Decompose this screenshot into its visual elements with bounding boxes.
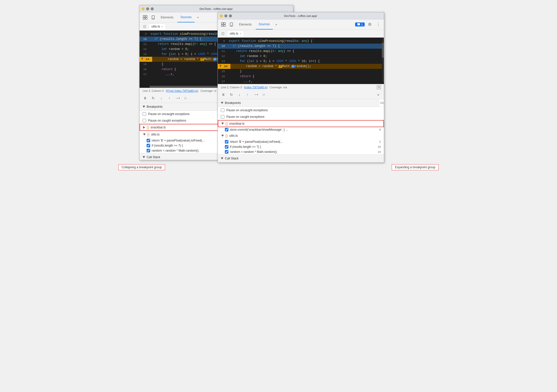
left-file-tab[interactable]: utils.ts × — [149, 23, 166, 29]
right-code-line-12: 12 let random = 0; — [218, 54, 384, 59]
left-pause-caught-checkbox[interactable] — [143, 119, 146, 122]
right-debug-toolbar: ⏸ ↻ ↓ ↑ →• ⊘ » — [218, 90, 384, 99]
right-step-out-btn[interactable]: ↑ — [244, 91, 251, 98]
right-breakpoints-header[interactable]: Breakpoints — [218, 99, 384, 107]
right-bp-item-3: random = random * Math.random(); 14 — [218, 149, 384, 154]
left-step-into-btn[interactable]: ↓ — [158, 95, 165, 102]
right-tab-sources[interactable]: Sources — [256, 19, 273, 30]
right-call-stack-header[interactable]: Call Stack — [218, 155, 384, 162]
right-snackbar-bp-checkbox[interactable] — [225, 128, 228, 131]
left-inspect-icon[interactable] — [142, 14, 149, 21]
left-tab-sources[interactable]: Sources — [177, 12, 195, 22]
right-pause-caught-label: Pause on caught exceptions — [226, 115, 264, 119]
right-tab-more[interactable]: » — [274, 19, 279, 30]
right-code-line-14: ? 14 random = random * ⓟMath.ⓓrandom(); — [218, 64, 384, 69]
right-snackbar-file-header[interactable]: {} snackbar.ts — [218, 120, 384, 127]
right-deactivate-btn[interactable]: ⊘ — [260, 91, 267, 98]
right-status-line: Line 2, Column 3 — [221, 86, 242, 89]
right-utils-label: utils.ts — [229, 134, 238, 137]
left-tab-elements[interactable]: Elements — [158, 12, 176, 22]
left-close-btn[interactable] — [151, 7, 154, 10]
right-file-tab-close[interactable]: × — [240, 32, 241, 35]
svg-rect-6 — [221, 22, 223, 24]
right-bp-checkbox-3[interactable] — [225, 150, 228, 154]
left-file-tab-close[interactable]: × — [162, 25, 163, 28]
right-bp-text-3: random = random * Math.random(); — [230, 150, 277, 154]
right-chat-badge[interactable]: 1 — [355, 22, 365, 26]
svg-point-11 — [231, 25, 232, 26]
left-bp-checkbox-3[interactable] — [147, 149, 150, 152]
right-call-stack-label: Call Stack — [225, 157, 238, 160]
right-pause-uncaught-row: Pause on uncaught exceptions — [218, 107, 384, 114]
left-window-controls — [142, 7, 154, 10]
right-pause-btn[interactable]: ⏸ — [220, 91, 227, 98]
right-restore-btn[interactable] — [224, 14, 227, 17]
right-status-coverage: Coverage: n/a — [270, 86, 287, 89]
left-tab-more[interactable]: » — [196, 12, 200, 22]
right-more-icon[interactable]: ⋮ — [375, 21, 382, 28]
right-snackbar-bp-num: 9 — [379, 128, 381, 131]
right-minimize-btn[interactable] — [220, 14, 223, 17]
left-status-coverage: Coverage: n/ — [200, 89, 216, 92]
svg-rect-3 — [145, 18, 147, 19]
right-pause-caught-checkbox[interactable] — [221, 115, 224, 119]
left-source-link[interactable]: (From index-73f73a80.js) — [167, 89, 198, 92]
right-bp-num-1: 2 — [379, 140, 381, 143]
left-restore-btn[interactable] — [146, 7, 149, 10]
svg-rect-0 — [143, 15, 145, 17]
right-tab-elements[interactable]: Elements — [236, 19, 255, 30]
right-bp-text-1: return '$' + parseFloat(value).toFixed(… — [230, 140, 283, 144]
right-utils-toggle — [221, 135, 224, 137]
right-sidebar-toggle[interactable]: ◫ — [220, 31, 226, 37]
right-more-debug-btn[interactable]: » — [375, 91, 382, 98]
right-file-tab[interactable]: utils.ts × — [227, 31, 244, 36]
right-step-into-btn[interactable]: ↓ — [236, 91, 243, 98]
right-pause-uncaught-checkbox[interactable] — [221, 108, 224, 112]
right-snackbar-icon: {} — [225, 122, 228, 126]
right-gear-icon[interactable]: ⚙ — [366, 21, 373, 28]
left-step-btn[interactable]: →• — [174, 95, 181, 102]
left-snackbar-icon: {} — [147, 125, 149, 129]
left-step-over-btn[interactable]: ↻ — [150, 95, 157, 102]
left-sidebar-toggle[interactable]: ◫ — [142, 23, 148, 30]
left-deactivate-btn[interactable]: ⊘ — [182, 95, 189, 102]
right-code-area: 9 export function slowProcessing(results… — [218, 38, 384, 84]
right-bp-num-3: 14 — [378, 150, 381, 153]
left-bp-text-3: random = random * Math.random(); — [152, 149, 199, 152]
left-pause-uncaught-label: Pause on uncaught exceptions — [148, 112, 190, 116]
right-devtools-window: DevTools - coffee-cart.app/ Elements — [218, 12, 384, 163]
left-minimize-btn[interactable] — [142, 7, 145, 10]
left-pause-btn[interactable]: ⏸ — [142, 95, 149, 102]
right-breakpoints-label: Breakpoints — [225, 101, 241, 105]
left-file-tab-name: utils.ts — [151, 25, 160, 28]
svg-rect-8 — [221, 25, 223, 26]
left-utils-toggle — [143, 133, 146, 135]
right-status-source: (index-73f73a80.js) — [244, 86, 268, 89]
right-bp-checkbox-2[interactable] — [225, 145, 228, 149]
right-device-icon[interactable] — [228, 21, 235, 28]
right-step-btn[interactable]: →• — [252, 91, 259, 98]
right-file-tab-name: utils.ts — [230, 32, 238, 35]
right-panel-toggle[interactable]: ☰ — [377, 85, 381, 89]
left-breakpoints-toggle — [143, 106, 145, 108]
right-close-btn[interactable] — [229, 14, 232, 17]
right-not-paused-partial: Not pa — [379, 99, 384, 107]
right-utils-file-header[interactable]: {} utils.ts — [218, 132, 384, 139]
left-device-icon[interactable] — [150, 14, 157, 21]
right-breakpoints-toggle — [221, 102, 223, 104]
right-inspect-icon[interactable] — [220, 21, 227, 28]
left-bp-checkbox-2[interactable] — [147, 144, 150, 147]
right-step-over-btn[interactable]: ↻ — [228, 91, 235, 98]
left-bp-checkbox-1[interactable] — [147, 139, 150, 142]
right-source-link[interactable]: index-73f73a80.js — [245, 86, 267, 89]
right-bp-checkbox-1[interactable] — [225, 140, 228, 144]
left-step-out-btn[interactable]: ↑ — [166, 95, 173, 102]
right-bp-item-1: return '$' + parseFloat(value).toFixed(…… — [218, 139, 384, 144]
left-pause-uncaught-checkbox[interactable] — [143, 112, 146, 116]
left-status-line: Line 2, Column 3 — [143, 89, 164, 92]
left-utils-label: utils.ts — [151, 133, 160, 136]
right-snackbar-toggle — [221, 123, 224, 125]
svg-rect-9 — [224, 25, 225, 26]
right-caption: Expanding a breakpoint group — [392, 164, 439, 170]
left-bp-text-1: return '$' + parseFloat(value).toFixed(… — [152, 139, 205, 142]
